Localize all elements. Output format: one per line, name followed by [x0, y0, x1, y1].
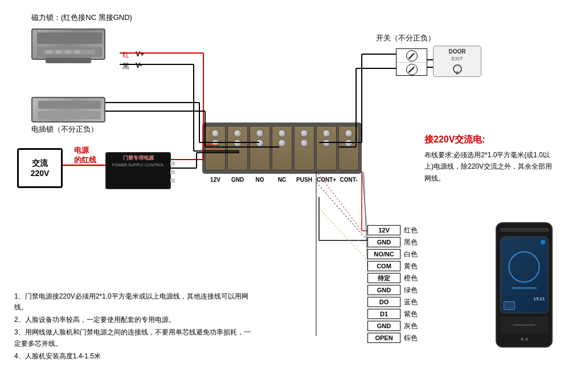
port-com-row: COM 黄色 [367, 261, 421, 271]
color-12v: 红色 [404, 226, 421, 235]
mag-lock-title: 磁力锁：(红色接NC 黑接GND) [31, 13, 132, 23]
exit-label: EXIT [451, 56, 463, 62]
port-pending-row: 待定 橙色 [367, 273, 421, 283]
power-supply-box: 门禁专用电源 POWER SUPPLY CONTROL [105, 152, 171, 189]
color-open: 棕色 [404, 333, 421, 343]
switch-title: 开关（不分正负） [376, 33, 435, 43]
svg-line-37 [363, 172, 367, 251]
note-4: 4、人脸机安装高度1.4-1.5米 [14, 351, 254, 362]
mag-lock-image [31, 28, 105, 60]
black-label: 黑 [122, 62, 129, 71]
port-nonc: NO/NC [367, 249, 400, 259]
ac-label: 交流 [32, 158, 48, 169]
port-d1-row: D1 紫色 [367, 309, 421, 319]
note-1: 1、门禁电源接220V必须用2*1.0平方毫米或以上电源线，其他连接线可以用网线… [14, 291, 254, 313]
door-label: DOOR [449, 48, 466, 55]
port-gnd1-row: GND 黑色 [367, 237, 421, 247]
svg-line-34 [316, 205, 367, 260]
port-open: OPEN [367, 333, 400, 343]
switch-symbol [396, 48, 427, 76]
terminal-push: PUSH [294, 177, 314, 183]
port-12v: 12V [367, 225, 400, 235]
v220-text: 布线要求:必须选用2*1.0平方毫米(或1.0以上)电源线，除220V交流之外，… [424, 149, 555, 184]
port-gnd1: GND [367, 237, 400, 247]
power-supply-en: POWER SUPPLY CONTROL [108, 163, 169, 167]
terminal-gnd: GND [227, 177, 248, 183]
port-com: COM [367, 261, 400, 271]
port-do: DO [367, 297, 400, 307]
svg-line-38 [363, 172, 367, 262]
port-gnd3: GND [367, 321, 400, 331]
terminal-nc: NC [272, 177, 292, 183]
port-gnd3-row: GND 灰色 [367, 321, 421, 331]
color-gnd3: 灰色 [404, 321, 421, 331]
port-pending: 待定 [367, 273, 400, 283]
port-do-row: DO 蓝色 [367, 297, 421, 307]
vplus-label: V+ [136, 50, 144, 58]
v220-title: 接220V交流电: [424, 134, 555, 146]
color-do: 蓝色 [404, 297, 421, 307]
port-gnd2-row: GND 绿色 [367, 285, 421, 295]
color-gnd1: 黑色 [404, 238, 421, 247]
face-device-bottom [500, 316, 549, 334]
port-open-row: OPEN 棕色 [367, 333, 421, 343]
color-com: 黄色 [404, 262, 421, 271]
port-d1: D1 [367, 309, 400, 319]
vminus-label: V- [136, 62, 142, 70]
color-nonc: 白色 [404, 250, 421, 259]
svg-line-33 [316, 194, 367, 250]
face-device: 15:21 [496, 222, 553, 348]
terminal-12v: 12V [205, 177, 226, 183]
door-exit-button: DOOR EXIT [433, 46, 481, 77]
ac-voltage: 220V [31, 169, 50, 178]
face-screen: 15:21 [500, 236, 549, 313]
port-12v-row: 12V 红色 [367, 225, 421, 235]
power-supply-name: 门禁专用电源 [108, 154, 169, 162]
svg-line-36 [362, 172, 367, 241]
port-nonc-row: NO/NC 白色 [367, 249, 421, 259]
red-label: 红 [122, 50, 129, 60]
color-d1: 紫色 [404, 309, 421, 319]
terminal-cont-plus: CONT+ [316, 177, 337, 183]
power-red-label2: 的红线 [74, 155, 96, 165]
note-3: 3、用网线做人脸机和门禁电源之间的连接线，不要用单芯线避免功率损耗，一定要多芯并… [14, 327, 254, 349]
right-port-labels: 12V 红色 GND 黑色 NO/NC 白色 COM 黄色 待定 橙色 GND … [367, 225, 421, 343]
note-2: 2、人脸设备功率较高，一定要使用配套的专用电源。 [14, 315, 254, 325]
ac-box: 交流 220V [17, 148, 63, 188]
elec-lock-image [31, 97, 105, 122]
face-time: 15:21 [533, 296, 545, 301]
power-red-label: 电源 [74, 145, 89, 156]
svg-line-35 [362, 172, 367, 231]
notes-section: 1、门禁电源接220V必须用2*1.0平方毫米或以上电源线，其他连接线可以用网线… [14, 291, 254, 364]
terminal-block: 12V GND NO NC PUSH CONT+ CONT- [202, 122, 362, 197]
v220-instructions: 接220V交流电: 布线要求:必须选用2*1.0平方毫米(或1.0以上)电源线，… [424, 134, 555, 184]
terminal-cont-minus: CONT- [338, 177, 359, 183]
port-gnd2: GND [367, 285, 400, 295]
color-pending: 橙色 [404, 273, 421, 283]
elec-lock-title: 电插锁（不分正负） [31, 124, 98, 134]
wiring-diagram: 磁力锁：(红色接NC 黑接GND) V+ V- 红 黑 电插锁（不分正负） 交流… [0, 0, 564, 392]
color-gnd2: 绿色 [404, 285, 421, 295]
terminal-no: NO [250, 177, 270, 183]
